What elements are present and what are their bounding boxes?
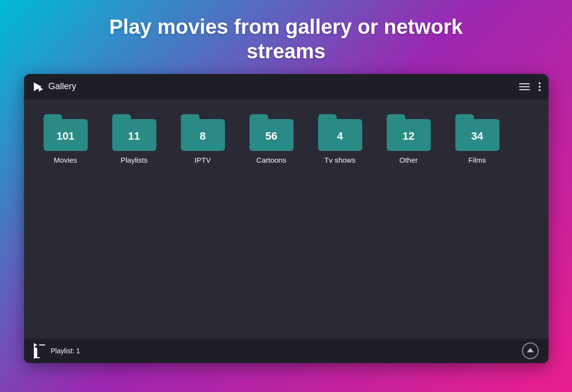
header-right xyxy=(519,82,541,91)
folder-icon: 101 xyxy=(44,114,88,151)
app-logo-icon xyxy=(32,81,44,93)
folder-count: 12 xyxy=(402,130,414,143)
app-title: Gallery xyxy=(49,81,76,92)
folder-label: Tv shows xyxy=(324,156,355,164)
header-left: Gallery xyxy=(32,81,76,93)
app-content: 101 Movies 11 Playlists 8 IPTV xyxy=(24,99,548,339)
footer-left: Playlist: 1 xyxy=(34,343,80,358)
folder-icon: 56 xyxy=(249,114,294,151)
folder-icon: 11 xyxy=(112,114,156,151)
folder-body: 8 xyxy=(181,119,225,151)
scroll-top-button[interactable] xyxy=(522,343,539,359)
more-button[interactable] xyxy=(539,82,541,91)
folder-body: 101 xyxy=(44,119,88,151)
folder-label: Other xyxy=(399,156,418,164)
folder-body: 4 xyxy=(318,119,362,151)
folder-count: 4 xyxy=(337,130,343,143)
play-icon-small xyxy=(39,87,43,92)
folder-item[interactable]: 101 Movies xyxy=(44,114,88,164)
playlist-icon xyxy=(34,343,45,358)
folder-count: 56 xyxy=(265,130,277,143)
folder-item[interactable]: 34 Films xyxy=(455,114,499,164)
app-window: Gallery xyxy=(24,74,548,363)
folder-label: Playlists xyxy=(121,156,148,164)
dots-icon xyxy=(539,82,541,91)
folder-body: 34 xyxy=(455,119,499,151)
folder-item[interactable]: 4 Tv shows xyxy=(318,114,362,164)
menu-button[interactable] xyxy=(519,83,530,90)
folder-label: Cartoons xyxy=(256,156,286,164)
folders-grid: 101 Movies 11 Playlists 8 IPTV xyxy=(44,114,529,164)
folder-label: IPTV xyxy=(195,156,211,164)
app-header: Gallery xyxy=(24,74,548,99)
folder-label: Movies xyxy=(54,156,77,164)
folder-count: 101 xyxy=(56,130,75,143)
folder-count: 11 xyxy=(128,130,140,143)
folder-item[interactable]: 12 Other xyxy=(387,114,431,164)
folder-body: 11 xyxy=(112,119,156,151)
headline: Play movies from gallery or network stre… xyxy=(70,0,502,74)
folder-count: 34 xyxy=(471,130,483,143)
folder-item[interactable]: 56 Cartoons xyxy=(249,114,294,164)
folder-body: 12 xyxy=(387,119,431,151)
folder-item[interactable]: 11 Playlists xyxy=(112,114,156,164)
hamburger-icon xyxy=(519,83,530,90)
folder-body: 56 xyxy=(249,119,294,151)
folder-icon: 8 xyxy=(181,114,225,151)
playlist-label: Playlist: 1 xyxy=(51,347,80,355)
playlist-line-2 xyxy=(34,348,45,358)
folder-item[interactable]: 8 IPTV xyxy=(181,114,225,164)
app-footer: Playlist: 1 xyxy=(24,339,548,363)
folder-icon: 4 xyxy=(318,114,362,151)
folder-label: Films xyxy=(469,156,486,164)
folder-icon: 34 xyxy=(455,114,499,151)
folder-count: 8 xyxy=(199,130,205,143)
folder-icon: 12 xyxy=(387,114,431,151)
